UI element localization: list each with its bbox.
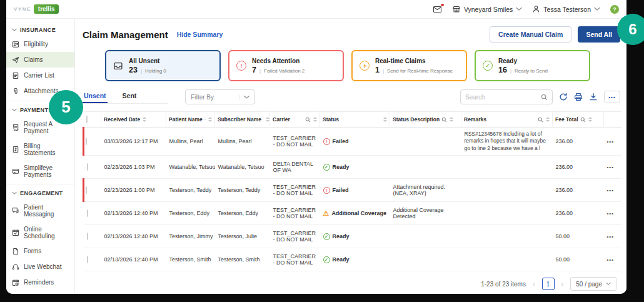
refresh-button[interactable]: [559, 93, 568, 101]
hide-summary-link[interactable]: Hide Summary: [177, 31, 223, 38]
status-badge: Failed: [333, 187, 349, 193]
sort-icon[interactable]: [313, 117, 317, 122]
column-carrier[interactable]: Carrier: [270, 112, 320, 128]
help-button[interactable]: ?: [610, 5, 619, 14]
search-icon[interactable]: [538, 117, 543, 123]
column-subscriber-name[interactable]: Subscriber Name: [215, 112, 270, 128]
sidebar-item-simplifeye-payments[interactable]: Simplifeye Payments: [6, 160, 74, 182]
pagination-summary: 1-23 of 23 items: [481, 281, 526, 288]
sidebar-section-insurance[interactable]: INSURANCE: [6, 23, 74, 36]
row-checkbox[interactable]: [87, 163, 88, 171]
select-all-checkbox[interactable]: [86, 116, 88, 123]
section-label: INSURANCE: [20, 27, 56, 33]
print-button[interactable]: [574, 93, 583, 101]
tab-unsent[interactable]: Unsent: [83, 90, 108, 103]
row-actions-button[interactable]: •••: [607, 188, 614, 193]
cell-fee-total: 50.00: [553, 225, 604, 248]
page-number-button[interactable]: 1: [542, 278, 555, 290]
status-icon: ⚠: [323, 210, 330, 217]
filter-by-dropdown[interactable]: Filter By: [185, 89, 255, 104]
sidebar-item-carrier-list[interactable]: Carrier List: [6, 68, 74, 83]
sidebar-item-campaigns[interactable]: Campaigns: [6, 290, 74, 294]
sidebar-item-patient-messaging[interactable]: Patient Messaging: [6, 199, 74, 221]
column-status[interactable]: Status: [320, 112, 390, 128]
more-actions-button[interactable]: •••: [604, 91, 620, 103]
sidebar-section-engagement[interactable]: ENGAGEMENT: [6, 186, 74, 199]
cell-status-description: [390, 156, 461, 179]
brand-trellis: trellis: [34, 4, 59, 14]
column-remarks[interactable]: Remarks: [461, 112, 553, 128]
page-size-dropdown[interactable]: 50 / page: [570, 277, 616, 291]
sort-icon[interactable]: [450, 117, 453, 122]
cell-patient-name: Testerson, Teddy: [166, 179, 215, 202]
cell-status-description: [390, 128, 461, 156]
column-received-date[interactable]: Received Date: [101, 112, 166, 128]
row-checkbox[interactable]: [87, 256, 88, 263]
callout-badge: 6: [617, 14, 644, 45]
sidebar: INSURANCE Eligibility Claims Carrier Lis…: [6, 19, 75, 294]
create-manual-claim-button[interactable]: Create Manual Claim: [490, 26, 571, 43]
vyne-trellis-logo[interactable]: VYNE trellis: [14, 4, 59, 14]
row-checkbox[interactable]: [87, 233, 88, 240]
search-icon[interactable]: [305, 117, 311, 123]
sidebar-item-label: Live Webchat: [24, 263, 61, 270]
notification-dot: [441, 4, 444, 7]
download-button[interactable]: [589, 93, 598, 101]
row-actions-button[interactable]: •••: [607, 139, 614, 144]
sort-icon[interactable]: [266, 117, 269, 122]
practice-menu[interactable]: Vyneyard Smiles: [452, 5, 522, 13]
sort-icon[interactable]: [143, 117, 146, 122]
next-page-button[interactable]: ›: [561, 280, 564, 288]
search-icon[interactable]: [441, 117, 447, 123]
cell-status-description: Attachment required: (NEA, XRAY): [390, 179, 461, 202]
row-actions-button[interactable]: •••: [607, 164, 614, 170]
row-actions-button[interactable]: •••: [607, 257, 614, 263]
sort-icon[interactable]: [383, 117, 387, 122]
card-realtime-claims[interactable]: Real-time Claims 1 | Send for Real-time …: [351, 50, 467, 81]
column-fee-total[interactable]: Fee Total: [553, 112, 604, 128]
search-input[interactable]: [465, 94, 538, 101]
row-actions-button[interactable]: •••: [607, 211, 614, 216]
headset-icon: [12, 263, 19, 271]
sidebar-item-reminders[interactable]: Reminders: [6, 274, 74, 290]
sidebar-item-claims[interactable]: Claims: [6, 52, 74, 68]
brand-vyne: VYNE: [14, 6, 31, 12]
previous-page-button[interactable]: ‹: [533, 280, 535, 288]
search-icon[interactable]: [204, 117, 206, 123]
row-checkbox[interactable]: [86, 138, 87, 145]
status-icon: ✓: [323, 233, 330, 240]
user-menu[interactable]: Tessa Testerson: [532, 5, 600, 13]
row-checkbox[interactable]: [87, 209, 88, 217]
sidebar-item-billing-statements[interactable]: Billing Statements: [6, 138, 74, 160]
cell-patient-name: Testerson, Smith: [166, 248, 215, 271]
search-icon[interactable]: [541, 94, 548, 101]
cell-status-description: [390, 225, 461, 248]
sidebar-item-live-webchat[interactable]: Live Webchat: [6, 259, 74, 274]
sidebar-item-online-scheduling[interactable]: Online Scheduling: [6, 221, 74, 243]
card-all-unsent[interactable]: All Unsent 23 | Holding 0: [105, 50, 221, 81]
search-icon[interactable]: [580, 117, 586, 123]
sidebar-item-label: Claims: [24, 56, 43, 63]
row-checkbox[interactable]: [86, 186, 87, 194]
sidebar-item-forms[interactable]: Forms: [6, 243, 74, 259]
sidebar-item-eligibility[interactable]: Eligibility: [6, 36, 74, 52]
card-ready[interactable]: ✓ Ready 16 | Ready to Send: [475, 50, 590, 81]
sort-icon[interactable]: [208, 117, 212, 122]
messages-button[interactable]: [433, 5, 442, 14]
claims-tabs: Unsent Sent: [83, 90, 168, 104]
card-subtext: Holding 0: [145, 68, 166, 74]
card-needs-attention[interactable]: ! Needs Attention 7 | Failed Validation …: [228, 50, 344, 81]
sort-icon[interactable]: [588, 117, 592, 122]
column-status-description[interactable]: Status Description: [390, 112, 461, 128]
cell-subscriber-name: Testerson, Teddy: [215, 179, 270, 202]
sort-icon[interactable]: [546, 117, 550, 122]
sidebar-item-label: Forms: [24, 248, 41, 254]
column-patient-name[interactable]: Patient Name: [166, 112, 215, 128]
send-all-button[interactable]: Send All: [578, 26, 620, 43]
card-subtext: Ready to Send: [515, 68, 548, 74]
card-count: 23: [129, 66, 138, 74]
document-list-icon: [12, 72, 19, 79]
tab-sent[interactable]: Sent: [121, 90, 138, 103]
row-actions-button[interactable]: •••: [607, 234, 614, 239]
main-content: Claim Management Hide Summary Create Man…: [76, 19, 626, 294]
